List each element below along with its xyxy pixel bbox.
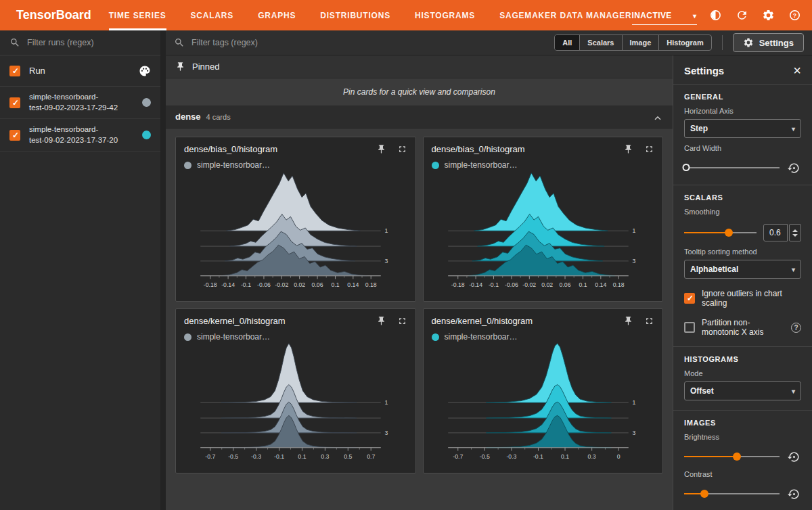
search-icon xyxy=(174,37,185,48)
brightness-slider[interactable] xyxy=(684,452,780,461)
card-legend: simple-tensorboard-test-09-02-2023-17-37… xyxy=(432,332,655,342)
close-icon[interactable]: × xyxy=(793,64,801,77)
tag-group-count: 4 cards xyxy=(206,113,231,121)
svg-text:0.5: 0.5 xyxy=(344,453,352,460)
histogram-card: dense/kernel_0/histogram simple-tensorbo… xyxy=(423,308,664,473)
tab-distributions[interactable]: DISTRIBUTIONS xyxy=(320,0,390,30)
histogram-mode-label: Mode xyxy=(684,369,801,377)
run-filter-input[interactable] xyxy=(27,38,151,47)
reload-status-dropdown[interactable]: INACTIVE ▾ xyxy=(632,11,697,25)
run-row[interactable]: simple-tensorboard-test-09-02-2023-17-29… xyxy=(0,87,160,119)
slider-thumb[interactable] xyxy=(733,453,741,461)
svg-text:3: 3 xyxy=(632,258,635,264)
partition-x-axis-label: Partition non-monotonic X axis xyxy=(702,318,784,337)
tab-scalars[interactable]: SCALARS xyxy=(191,0,234,30)
slider-thumb[interactable] xyxy=(700,490,708,498)
tooltip-sorting-select[interactable]: Alphabetical ▾ xyxy=(684,260,801,279)
histogram-chart[interactable]: -0.18-0.14-0.1-0.06-0.020.020.060.10.140… xyxy=(432,170,655,298)
topbar-right-controls: INACTIVE ▾ ? xyxy=(632,0,812,30)
run-checkbox[interactable] xyxy=(9,97,20,108)
slider-thumb[interactable] xyxy=(682,164,690,171)
histogram-mode-value: Offset xyxy=(690,386,714,396)
partition-x-axis-checkbox-row[interactable]: Partition non-monotonic X axis ? xyxy=(684,318,801,337)
svg-text:0.1: 0.1 xyxy=(560,453,568,460)
step-up-icon[interactable] xyxy=(792,229,798,232)
legend-run-name: simple-tensorboard-test-09-02-2023-17-37… xyxy=(445,160,520,170)
settings-button-label: Settings xyxy=(759,38,794,48)
histogram-chart[interactable]: -0.18-0.14-0.1-0.06-0.020.020.060.10.140… xyxy=(184,170,407,298)
partition-x-axis-checkbox[interactable] xyxy=(684,322,695,333)
histogram-mode-select[interactable]: Offset ▾ xyxy=(684,381,801,400)
tab-graphs[interactable]: GRAPHS xyxy=(258,0,296,30)
svg-text:0.18: 0.18 xyxy=(365,281,377,288)
ignore-outliers-checkbox-row[interactable]: Ignore outliers in chart scaling xyxy=(684,289,801,308)
tab-sagemaker-data-manager[interactable]: SAGEMAKER DATA MANAGER xyxy=(499,0,631,30)
card-title: dense/kernel_0/histogram xyxy=(184,316,376,326)
chevron-up-icon[interactable] xyxy=(652,113,663,126)
tag-toolbar: AllScalarsImageHistogram Settings xyxy=(166,30,812,55)
ignore-outliers-checkbox[interactable] xyxy=(684,293,695,304)
ignore-outliers-label: Ignore outliers in chart scaling xyxy=(702,289,801,308)
filter-image[interactable]: Image xyxy=(623,35,660,50)
svg-text:0.14: 0.14 xyxy=(347,281,359,288)
fullscreen-icon[interactable] xyxy=(397,316,407,326)
pinned-section-header[interactable]: Pinned xyxy=(166,55,673,78)
tag-group-header[interactable]: dense 4 cards xyxy=(166,106,673,129)
run-checkbox[interactable] xyxy=(9,130,20,141)
horizontal-axis-label: Horizontal Axis xyxy=(684,107,801,115)
svg-text:-0.5: -0.5 xyxy=(228,453,238,460)
select-all-runs-checkbox[interactable] xyxy=(9,66,20,76)
fullscreen-icon[interactable] xyxy=(397,144,407,154)
filter-all[interactable]: All xyxy=(555,35,580,50)
run-header-label: Run xyxy=(29,66,45,76)
smoothing-value-input[interactable]: 0.6 xyxy=(763,224,788,241)
histogram-chart[interactable]: -0.7-0.5-0.3-0.10.10.3013 xyxy=(432,342,655,470)
svg-text:-0.14: -0.14 xyxy=(221,281,235,288)
palette-icon[interactable] xyxy=(139,65,151,77)
gear-icon[interactable] xyxy=(761,8,776,23)
contrast-icon[interactable] xyxy=(708,8,723,23)
pin-card-icon[interactable] xyxy=(623,316,633,326)
smoothing-slider[interactable] xyxy=(684,228,757,237)
fullscreen-icon[interactable] xyxy=(644,316,654,326)
settings-panel: Settings × GENERAL Horizontal Axis Step … xyxy=(673,55,812,510)
reset-icon[interactable] xyxy=(786,449,801,464)
pin-card-icon[interactable] xyxy=(623,144,633,154)
histogram-card: dense/kernel_0/histogram simple-tensorbo… xyxy=(175,308,416,473)
help-icon[interactable]: ? xyxy=(791,323,801,333)
histogram-chart[interactable]: -0.7-0.5-0.3-0.10.10.30.50.713 xyxy=(184,342,407,470)
filter-histogram[interactable]: Histogram xyxy=(659,35,710,50)
reset-icon[interactable] xyxy=(786,486,801,501)
pinned-label: Pinned xyxy=(192,62,219,72)
settings-button[interactable]: Settings xyxy=(733,33,804,52)
tab-histograms[interactable]: HISTOGRAMS xyxy=(415,0,475,30)
filter-scalars[interactable]: Scalars xyxy=(580,35,622,50)
settings-section-scalars: SCALARS Smoothing 0.6 xyxy=(673,185,812,346)
tag-type-filter-group: AllScalarsImageHistogram xyxy=(554,34,711,51)
svg-text:?: ? xyxy=(793,12,796,19)
fullscreen-icon[interactable] xyxy=(644,144,654,154)
contrast-slider[interactable] xyxy=(684,489,780,499)
pin-card-icon[interactable] xyxy=(376,144,386,154)
slider-thumb[interactable] xyxy=(725,229,733,237)
reset-icon[interactable] xyxy=(786,160,801,175)
pin-card-icon[interactable] xyxy=(376,316,386,326)
smoothing-stepper[interactable] xyxy=(789,224,801,241)
run-color-dot xyxy=(184,333,191,341)
tab-time-series[interactable]: TIME SERIES xyxy=(109,0,166,30)
horizontal-axis-select[interactable]: Step ▾ xyxy=(684,119,801,138)
svg-text:-0.02: -0.02 xyxy=(522,281,536,288)
card-width-slider[interactable] xyxy=(684,163,780,172)
settings-section-histograms: HISTOGRAMS Mode Offset ▾ xyxy=(673,346,812,410)
refresh-icon[interactable] xyxy=(735,8,750,23)
histograms-heading: HISTOGRAMS xyxy=(684,355,801,363)
run-filter-row xyxy=(0,30,160,55)
svg-text:-0.18: -0.18 xyxy=(204,281,217,288)
svg-text:0.3: 0.3 xyxy=(321,453,329,460)
run-row[interactable]: simple-tensorboard-test-09-02-2023-17-37… xyxy=(0,119,160,152)
svg-text:1: 1 xyxy=(632,227,635,234)
toolbar-divider xyxy=(722,35,723,50)
tag-filter-input[interactable] xyxy=(191,38,547,47)
step-down-icon[interactable] xyxy=(792,234,798,237)
help-icon[interactable]: ? xyxy=(788,8,803,23)
